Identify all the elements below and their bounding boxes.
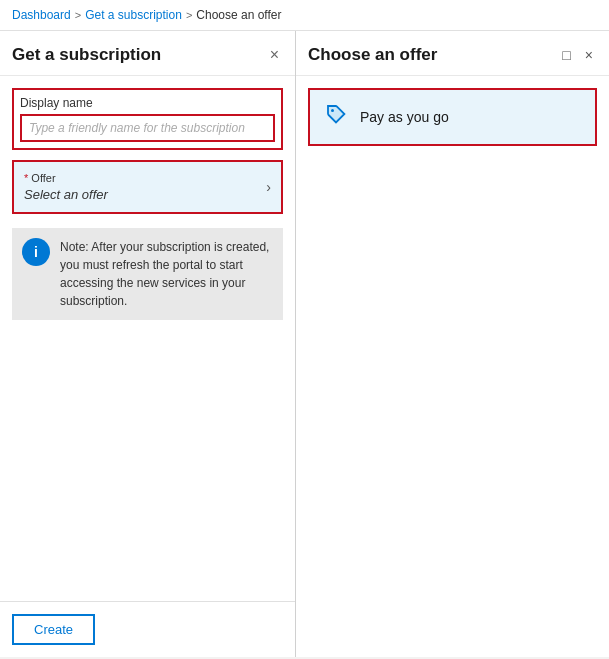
right-panel-content: Pay as you go [296,76,609,657]
left-panel-content: Display name * Offer Select an offer › [0,76,295,601]
offer-value: Select an offer [24,187,108,202]
offer-selector-left: * Offer Select an offer [24,172,108,202]
offer-card-pay-as-you-go[interactable]: Pay as you go [308,88,597,146]
display-name-input[interactable] [20,114,275,142]
breadcrumb-current: Choose an offer [196,8,281,22]
offer-selector-wrapper: * Offer Select an offer › [12,160,283,214]
breadcrumb-get-subscription[interactable]: Get a subscription [85,8,182,22]
left-panel-title: Get a subscription [12,45,161,65]
right-panel-header: Choose an offer □ × [296,31,609,76]
breadcrumb-sep-2: > [186,9,192,21]
left-panel-header: Get a subscription × [0,31,295,76]
create-button[interactable]: Create [12,614,95,645]
breadcrumb: Dashboard > Get a subscription > Choose … [0,0,609,31]
right-panel-actions: □ × [558,45,597,65]
left-panel: Get a subscription × Display name * Offe… [0,31,296,657]
maximize-button[interactable]: □ [558,45,574,65]
chevron-right-icon: › [266,179,271,195]
main-container: Get a subscription × Display name * Offe… [0,31,609,657]
breadcrumb-sep-1: > [75,9,81,21]
offer-label: * Offer [24,172,108,184]
offer-selector[interactable]: * Offer Select an offer › [14,162,281,212]
right-panel: Choose an offer □ × Pay as you go [296,31,609,657]
display-name-label: Display name [20,96,275,110]
svg-point-0 [331,109,334,112]
breadcrumb-dashboard[interactable]: Dashboard [12,8,71,22]
right-panel-close-button[interactable]: × [581,45,597,65]
offer-card-name: Pay as you go [360,109,449,125]
info-icon: i [22,238,50,266]
left-panel-close-button[interactable]: × [266,45,283,65]
left-panel-footer: Create [0,601,295,657]
info-text: Note: After your subscription is created… [60,238,273,310]
right-panel-title: Choose an offer [308,45,437,65]
offer-tag-icon [324,102,348,132]
display-name-wrapper: Display name [12,88,283,150]
info-box: i Note: After your subscription is creat… [12,228,283,320]
